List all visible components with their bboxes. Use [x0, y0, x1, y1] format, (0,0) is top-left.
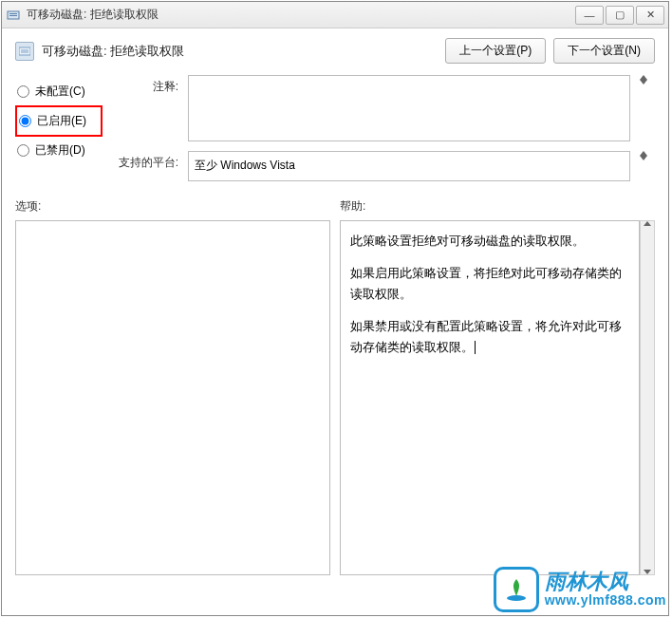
- nav-buttons: 上一个设置(P) 下一个设置(N): [445, 38, 655, 64]
- radio-not-configured-label: 未配置(C): [35, 84, 85, 100]
- radio-group: 未配置(C) 已启用(E) 已禁用(D): [15, 75, 103, 181]
- watermark-cn: 雨林木风: [545, 571, 666, 593]
- help-panel: 帮助: 此策略设置拒绝对可移动磁盘的读取权限。 如果启用此策略设置，将拒绝对此可…: [340, 198, 655, 575]
- radio-disabled[interactable]: 已禁用(D): [15, 137, 103, 164]
- platform-label: 支持的平台:: [114, 151, 178, 171]
- prev-setting-button[interactable]: 上一个设置(P): [445, 38, 546, 64]
- watermark-text: 雨林木风 www.ylmf888.com: [545, 571, 666, 609]
- scroll-down-icon: [640, 80, 647, 84]
- policy-title: 可移动磁盘: 拒绝读取权限: [42, 43, 445, 60]
- radio-not-configured[interactable]: 未配置(C): [15, 78, 103, 105]
- radio-enabled[interactable]: 已启用(E): [15, 105, 103, 137]
- config-row: 未配置(C) 已启用(E) 已禁用(D) 注释:: [15, 75, 655, 181]
- window-title: 可移动磁盘: 拒绝读取权限: [27, 7, 573, 23]
- platform-row: 支持的平台: 至少 Windows Vista: [114, 151, 655, 181]
- help-para-0: 此策略设置拒绝对可移动磁盘的读取权限。: [350, 231, 629, 252]
- maximize-button[interactable]: ▢: [606, 6, 634, 25]
- dialog-window: 可移动磁盘: 拒绝读取权限 — ▢ ✕ 可移动磁盘: 拒绝读取权限 上一个设置(…: [1, 1, 669, 616]
- close-button[interactable]: ✕: [636, 6, 664, 25]
- app-icon: [6, 8, 21, 23]
- options-panel: 选项:: [15, 198, 330, 575]
- comment-input[interactable]: [188, 75, 630, 141]
- watermark: 雨林木风 www.ylmf888.com: [494, 567, 666, 612]
- svg-rect-3: [19, 47, 30, 55]
- comment-scroll: [640, 75, 655, 84]
- titlebar: 可移动磁盘: 拒绝读取权限 — ▢ ✕: [2, 2, 668, 28]
- scroll-down-icon: [640, 156, 647, 160]
- help-wrap: 此策略设置拒绝对可移动磁盘的读取权限。 如果启用此策略设置，将拒绝对此可移动存储…: [340, 220, 655, 575]
- radio-not-configured-input[interactable]: [17, 85, 29, 98]
- help-para-1: 如果启用此策略设置，将拒绝对此可移动存储类的读取权限。: [350, 263, 629, 305]
- watermark-logo-icon: [494, 567, 539, 612]
- options-box[interactable]: [15, 220, 330, 575]
- lower-area: 选项: 帮助: 此策略设置拒绝对可移动磁盘的读取权限。 如果启用此策略设置，将拒…: [15, 198, 655, 575]
- svg-rect-1: [9, 13, 17, 14]
- fields-column: 注释: 支持的平台: 至少 Windows Vista: [114, 75, 655, 181]
- watermark-url: www.ylmf888.com: [545, 593, 666, 608]
- minimize-button[interactable]: —: [575, 6, 604, 25]
- platform-value: 至少 Windows Vista: [188, 151, 630, 181]
- help-box[interactable]: 此策略设置拒绝对可移动磁盘的读取权限。 如果启用此策略设置，将拒绝对此可移动存储…: [340, 220, 640, 575]
- help-label: 帮助:: [340, 198, 655, 215]
- platform-scroll: [640, 151, 655, 160]
- options-label: 选项:: [15, 198, 330, 215]
- help-para-2: 如果禁用或没有配置此策略设置，将允许对此可移动存储类的读取权限。: [350, 316, 629, 358]
- policy-icon: [15, 42, 34, 61]
- window-controls: — ▢ ✕: [573, 6, 664, 25]
- radio-disabled-input[interactable]: [17, 144, 29, 157]
- help-scrollbar[interactable]: [640, 220, 655, 575]
- svg-rect-2: [9, 15, 17, 16]
- header-row: 可移动磁盘: 拒绝读取权限 上一个设置(P) 下一个设置(N): [15, 38, 655, 64]
- radio-disabled-label: 已禁用(D): [35, 142, 85, 159]
- next-setting-button[interactable]: 下一个设置(N): [553, 38, 655, 64]
- radio-enabled-label: 已启用(E): [37, 113, 86, 129]
- radio-enabled-input[interactable]: [19, 115, 31, 127]
- comment-label: 注释:: [114, 75, 178, 95]
- scroll-up-icon[interactable]: [644, 221, 651, 226]
- content-area: 可移动磁盘: 拒绝读取权限 上一个设置(P) 下一个设置(N) 未配置(C) 已…: [2, 28, 668, 615]
- comment-row: 注释:: [114, 75, 655, 141]
